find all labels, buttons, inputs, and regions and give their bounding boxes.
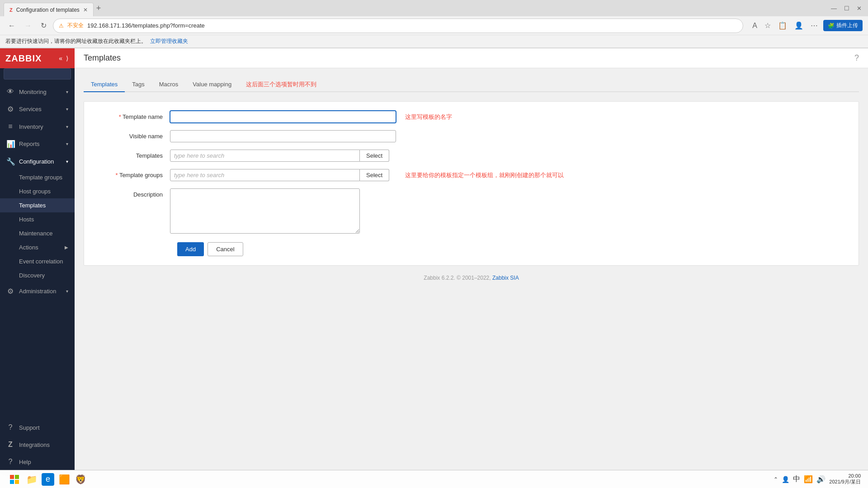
sidebar-item-support[interactable]: ? Support	[0, 419, 75, 436]
browser-chrome: Z Configuration of templates ✕ + — ☐ ✕ ←…	[0, 0, 868, 48]
taskbar-file-explorer[interactable]: 📁	[25, 473, 38, 486]
sidebar-label-monitoring: Monitoring	[19, 89, 47, 95]
brave-icon: 🦁	[75, 474, 86, 485]
sidebar-item-services[interactable]: ⚙ Services ▾	[0, 100, 75, 118]
template-groups-select-button[interactable]: Select	[360, 169, 389, 181]
sidebar-item-help[interactable]: ? Help	[0, 453, 75, 470]
sidebar-label-help: Help	[19, 459, 31, 465]
close-button[interactable]: ✕	[854, 3, 864, 14]
close-tab-button[interactable]: ✕	[83, 7, 88, 13]
back-button[interactable]: ←	[5, 20, 18, 32]
templates-select-button[interactable]: Select	[360, 150, 389, 162]
help-icon: ?	[6, 458, 14, 466]
browser-toolbar: ← → ↻ ⚠ 不安全 192.168.171.136/templates.ph…	[0, 16, 868, 35]
sidebar-item-administration[interactable]: ⚙ Administration ▾	[0, 282, 75, 300]
tabs-bar: Templates Tags Macros Value mapping 这后面三…	[84, 77, 859, 92]
start-button[interactable]	[7, 472, 22, 487]
template-groups-input-group: Select	[170, 169, 396, 181]
reload-button[interactable]: ↻	[38, 19, 49, 32]
sidebar-item-host-groups[interactable]: Host groups	[0, 184, 75, 198]
admin-chevron: ▾	[66, 289, 68, 294]
chevron-icon: ▾	[66, 141, 68, 146]
collections-icon[interactable]: 📋	[776, 19, 789, 32]
annotation-template-name: 这里写模板的名字	[405, 113, 452, 121]
chevron-icon: ▾	[66, 124, 68, 129]
collapse-button[interactable]: «	[58, 54, 63, 63]
taskbar-edge[interactable]: e	[42, 473, 54, 486]
form-row-templates: Templates Select	[98, 150, 845, 162]
sidebar-search-row: 🔍	[4, 68, 71, 80]
maximize-button[interactable]: ☐	[841, 3, 852, 14]
sidebar-label-inventory: Inventory	[19, 123, 43, 130]
tab-note: 这后面三个选项暂时用不到	[246, 80, 316, 89]
actions-chevron: ▶	[65, 245, 68, 250]
tab-tags[interactable]: Tags	[125, 77, 151, 92]
templates-label: Templates	[98, 150, 170, 159]
tab-value-mapping[interactable]: Value mapping	[185, 77, 239, 92]
sidebar-item-templates[interactable]: Templates	[0, 198, 75, 212]
wifi-icon: 📶	[804, 475, 813, 483]
cancel-button[interactable]: Cancel	[208, 242, 243, 256]
tab-templates[interactable]: Templates	[84, 77, 125, 92]
sidebar-item-integrations[interactable]: Z Integrations	[0, 436, 75, 453]
sidebar-item-actions[interactable]: Actions ▶	[0, 240, 75, 254]
add-button[interactable]: Add	[177, 242, 204, 256]
support-icon: ?	[6, 423, 14, 432]
sidebar-item-maintenance[interactable]: Maintenance	[0, 226, 75, 240]
tab-macros[interactable]: Macros	[152, 77, 186, 92]
sidebar-logo: ZABBIX « ⟩	[0, 48, 75, 68]
annotation-template-groups: 这里要给你的模板指定一个模板组，就刚刚创建的那个就可以	[405, 171, 564, 179]
sidebar-item-hosts[interactable]: Hosts	[0, 212, 75, 226]
visible-name-input[interactable]	[170, 130, 396, 142]
sidebar-item-template-groups[interactable]: Template groups	[0, 170, 75, 184]
chevron-icon: ▾	[66, 107, 68, 112]
taskbar-brave[interactable]: 🦁	[74, 473, 87, 486]
sub-label-event-correlation: Event correlation	[19, 258, 63, 265]
template-groups-search-input[interactable]	[170, 169, 360, 181]
taskbar-lang: 中	[793, 474, 800, 484]
browser-tabs: Z Configuration of templates ✕ + — ☐ ✕	[0, 0, 868, 16]
form-container: Template name 这里写模板的名字 Visible name Temp…	[84, 101, 859, 266]
security-text: 不安全	[67, 22, 84, 29]
profile-icon[interactable]: A	[750, 20, 759, 32]
expand-button[interactable]: ⟩	[65, 54, 69, 63]
template-name-input[interactable]	[170, 111, 396, 123]
address-bar[interactable]: ⚠ 不安全 192.168.171.136/templates.php?form…	[53, 19, 743, 33]
edge-icon: e	[46, 474, 50, 484]
sidebar-item-inventory[interactable]: ≡ Inventory ▾	[0, 118, 75, 135]
active-tab[interactable]: Z Configuration of templates ✕	[4, 3, 94, 16]
address-text: 192.168.171.136/templates.php?form=creat…	[87, 22, 737, 29]
forward-button[interactable]: →	[22, 20, 34, 32]
tab-title: Configuration of templates	[16, 7, 80, 13]
minimize-button[interactable]: —	[828, 3, 840, 14]
bookmark-link[interactable]: 立即管理收藏夹	[150, 38, 188, 45]
form-row-template-name: Template name 这里写模板的名字	[98, 111, 845, 123]
sidebar-search-input[interactable]	[4, 69, 75, 79]
sub-label-host-groups: Host groups	[19, 188, 51, 195]
sidebar-label-configuration: Configuration	[19, 158, 54, 165]
logo-buttons: « ⟩	[58, 54, 69, 63]
help-icon[interactable]: ?	[854, 53, 859, 63]
sub-label-actions: Actions	[19, 244, 38, 251]
extension-button[interactable]: 🧩 插件上传	[823, 20, 863, 31]
sidebar-item-event-correlation[interactable]: Event correlation	[0, 254, 75, 268]
templates-search-input[interactable]	[170, 150, 360, 162]
template-groups-field: Select	[170, 169, 396, 181]
extension-icon: 🧩	[828, 23, 835, 29]
sidebar-item-reports[interactable]: 📊 Reports ▾	[0, 135, 75, 153]
taskbar-app3[interactable]: 🟧	[58, 473, 71, 486]
more-button[interactable]: ⋯	[809, 19, 820, 32]
svg-rect-2	[10, 480, 14, 484]
account-icon[interactable]: 👤	[793, 19, 805, 32]
chevron-icon: ▾	[66, 89, 68, 94]
main-header: Templates ?	[75, 48, 868, 68]
sidebar-item-discovery[interactable]: Discovery	[0, 268, 75, 282]
sidebar-label-support: Support	[19, 424, 40, 431]
favorites-icon[interactable]: ☆	[763, 19, 773, 32]
footer-link[interactable]: Zabbix SIA	[492, 275, 519, 281]
sidebar-item-configuration[interactable]: 🔧 Configuration ▾	[0, 153, 75, 170]
sub-label-templates: Templates	[19, 202, 46, 209]
sidebar-item-monitoring[interactable]: 👁 Monitoring ▾	[0, 83, 75, 100]
new-tab-button[interactable]: +	[94, 4, 104, 13]
description-textarea[interactable]	[170, 188, 360, 234]
